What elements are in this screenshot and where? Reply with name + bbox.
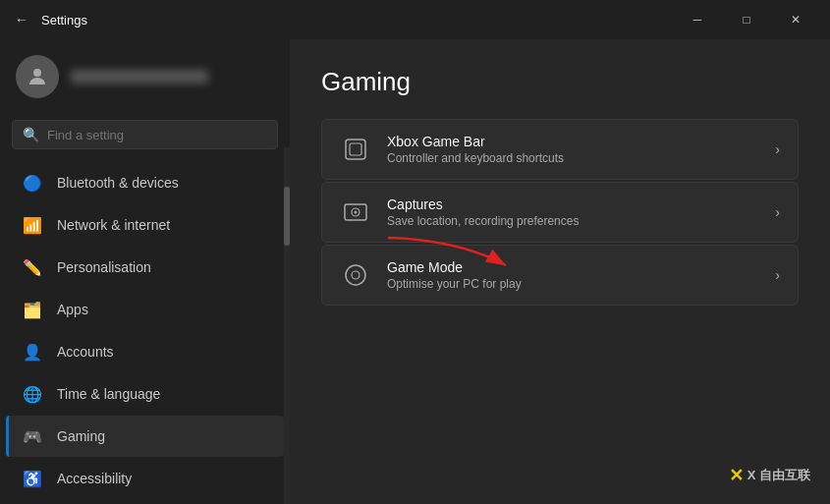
sidebar-item-label: Network & internet bbox=[57, 217, 170, 233]
sidebar-item-label: Personalisation bbox=[57, 259, 151, 275]
sidebar-item-label: Apps bbox=[57, 302, 88, 317]
apps-icon: 🗂️ bbox=[22, 299, 43, 320]
settings-list: Xbox Game Bar Controller and keyboard sh… bbox=[321, 119, 799, 306]
xbox-game-bar-desc: Controller and keyboard shortcuts bbox=[387, 151, 759, 165]
sidebar-item-label: Accessibility bbox=[57, 471, 132, 486]
sidebar: 🔍 🔵 Bluetooth & devices 📶 Network & inte… bbox=[0, 39, 290, 504]
watermark-text: X 自由互联 bbox=[747, 467, 810, 484]
captures-text: Captures Save location, recording prefer… bbox=[387, 196, 759, 228]
page-title: Gaming bbox=[321, 67, 799, 97]
svg-rect-2 bbox=[350, 143, 361, 155]
bluetooth-icon: 🔵 bbox=[22, 172, 43, 194]
accounts-icon: 👤 bbox=[22, 341, 43, 363]
watermark: ✕ X 自由互联 bbox=[729, 465, 810, 486]
title-bar-left: ← Settings bbox=[12, 10, 87, 29]
svg-point-5 bbox=[355, 211, 358, 214]
main-content: Gaming Xbox Game Bar Controller and keyb… bbox=[290, 39, 830, 504]
game-mode-desc: Optimise your PC for play bbox=[387, 277, 759, 291]
xbox-game-bar-title: Xbox Game Bar bbox=[387, 134, 759, 149]
minimize-button[interactable]: ─ bbox=[675, 4, 720, 35]
settings-item-captures[interactable]: Captures Save location, recording prefer… bbox=[321, 182, 799, 243]
maximize-button[interactable]: □ bbox=[724, 4, 769, 35]
window-controls: ─ □ ✕ bbox=[675, 4, 818, 35]
sidebar-item-gaming[interactable]: 🎮 Gaming bbox=[6, 416, 284, 457]
search-input[interactable] bbox=[47, 128, 267, 142]
sidebar-item-time[interactable]: 🌐 Time & language bbox=[6, 373, 284, 415]
network-icon: 📶 bbox=[22, 214, 43, 236]
chevron-right-icon: › bbox=[775, 141, 780, 157]
user-name bbox=[71, 70, 208, 84]
sidebar-item-label: Bluetooth & devices bbox=[57, 175, 179, 191]
captures-desc: Save location, recording preferences bbox=[387, 214, 759, 228]
sidebar-item-accounts[interactable]: 👤 Accounts bbox=[6, 331, 284, 372]
avatar bbox=[16, 55, 59, 98]
close-button[interactable]: ✕ bbox=[773, 4, 818, 35]
time-icon: 🌐 bbox=[22, 383, 43, 405]
sidebar-item-label: Accounts bbox=[57, 344, 114, 360]
app-body: 🔍 🔵 Bluetooth & devices 📶 Network & inte… bbox=[0, 39, 830, 504]
sidebar-item-label: Time & language bbox=[57, 386, 160, 402]
game-mode-text: Game Mode Optimise your PC for play bbox=[387, 259, 759, 291]
svg-point-6 bbox=[346, 265, 365, 285]
title-bar: ← Settings ─ □ ✕ bbox=[0, 0, 830, 39]
settings-item-game-mode[interactable]: Game Mode Optimise your PC for play › bbox=[321, 245, 799, 306]
svg-point-0 bbox=[33, 69, 41, 77]
game-mode-title: Game Mode bbox=[387, 259, 759, 275]
search-icon: 🔍 bbox=[23, 127, 39, 142]
search-box[interactable]: 🔍 bbox=[12, 120, 278, 149]
xbox-game-bar-icon bbox=[340, 134, 371, 165]
app-title: Settings bbox=[41, 13, 87, 28]
sidebar-item-apps[interactable]: 🗂️ Apps bbox=[6, 289, 284, 330]
sidebar-item-label: Gaming bbox=[57, 428, 105, 444]
accessibility-icon: ♿ bbox=[22, 468, 43, 489]
user-area bbox=[0, 39, 290, 114]
captures-title: Captures bbox=[387, 196, 759, 212]
chevron-right-icon: › bbox=[775, 204, 780, 220]
back-button[interactable]: ← bbox=[12, 10, 31, 29]
sidebar-item-network[interactable]: 📶 Network & internet bbox=[6, 204, 284, 246]
sidebar-item-accessibility[interactable]: ♿ Accessibility bbox=[6, 458, 284, 499]
sidebar-item-bluetooth[interactable]: 🔵 Bluetooth & devices bbox=[6, 162, 284, 203]
chevron-right-icon: › bbox=[775, 267, 780, 283]
personalisation-icon: ✏️ bbox=[22, 256, 43, 278]
xbox-game-bar-text: Xbox Game Bar Controller and keyboard sh… bbox=[387, 134, 759, 165]
captures-icon bbox=[340, 196, 371, 228]
game-mode-icon bbox=[340, 259, 371, 291]
sidebar-nav: 🔵 Bluetooth & devices 📶 Network & intern… bbox=[0, 161, 290, 504]
gaming-icon: 🎮 bbox=[22, 425, 43, 447]
settings-item-xbox-game-bar[interactable]: Xbox Game Bar Controller and keyboard sh… bbox=[321, 119, 799, 180]
svg-point-7 bbox=[352, 271, 360, 279]
svg-rect-1 bbox=[346, 140, 365, 159]
sidebar-item-personalisation[interactable]: ✏️ Personalisation bbox=[6, 247, 284, 288]
